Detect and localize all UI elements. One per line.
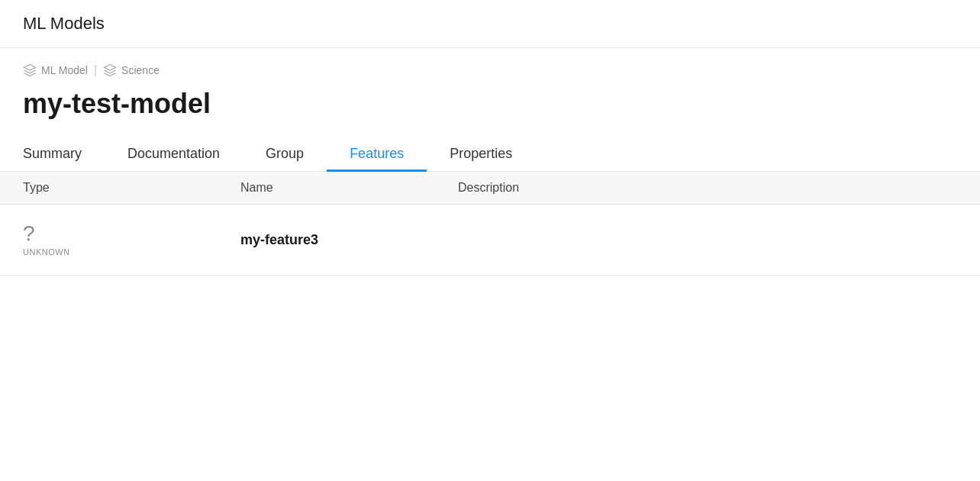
page-title: my-test-model [23, 88, 957, 120]
unknown-label: UNKNOWN [23, 247, 70, 257]
tab-properties[interactable]: Properties [427, 138, 535, 172]
breadcrumb-item-science[interactable]: Science [103, 63, 160, 77]
page-header-title: ML Models [23, 14, 105, 33]
tab-documentation[interactable]: Documentation [105, 138, 243, 172]
breadcrumb-label-mlmodel: ML Model [41, 64, 88, 76]
breadcrumb-label-science: Science [121, 64, 160, 76]
column-header-name: Name [240, 181, 458, 195]
feature-name[interactable]: my-feature3 [240, 232, 458, 248]
tab-bar: Summary Documentation Group Features Pro… [23, 138, 957, 171]
column-header-description: Description [458, 181, 957, 195]
unknown-icon: ? [23, 223, 35, 244]
tab-features[interactable]: Features [327, 138, 427, 172]
table-header: Type Name Description [0, 172, 980, 205]
column-header-type: Type [23, 181, 240, 195]
table-row: ? UNKNOWN my-feature3 [0, 205, 980, 276]
cube-icon-mlmodel [23, 63, 37, 77]
tab-group[interactable]: Group [243, 138, 327, 172]
table-body: ? UNKNOWN my-feature3 [0, 205, 980, 276]
breadcrumb-section: ML Model | Science my-test-model Summary… [0, 48, 980, 172]
top-header: ML Models [0, 0, 980, 48]
breadcrumb-item-mlmodel[interactable]: ML Model [23, 63, 88, 77]
tab-summary[interactable]: Summary [23, 138, 105, 172]
features-table: Type Name Description ? UNKNOWN my-featu… [0, 172, 980, 276]
breadcrumb-separator: | [94, 63, 97, 77]
breadcrumb: ML Model | Science [23, 63, 957, 77]
type-cell: ? UNKNOWN [23, 223, 240, 257]
cube-icon-science [103, 63, 117, 77]
